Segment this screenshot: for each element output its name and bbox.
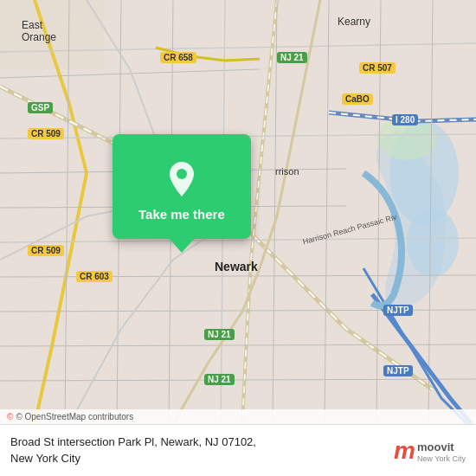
road-label-cabo: CaBO bbox=[342, 93, 373, 105]
road-label-cr658: CR 658 bbox=[160, 52, 196, 63]
road-label-nj21-north: NJ 21 bbox=[277, 52, 307, 63]
road-label-cr509-north: CR 509 bbox=[28, 128, 64, 139]
map-container: CR 658 NJ 21 CR 507 GSP CR 509 CR 508 I … bbox=[0, 0, 476, 424]
location-pin-icon bbox=[166, 160, 197, 198]
road-label-nj21-mid: NJ 21 bbox=[204, 329, 235, 340]
address-display: Broad St intersection Park Pl, Newark, N… bbox=[10, 434, 385, 466]
osm-icon: © bbox=[7, 412, 13, 421]
road-label-gsp: GSP bbox=[28, 102, 53, 113]
place-east-orange: EastOrange bbox=[22, 19, 56, 43]
place-newark: Newark bbox=[215, 260, 258, 273]
attribution-text: © OpenStreetMap contributors bbox=[16, 412, 133, 421]
moovit-logo: m moovit New York City bbox=[394, 437, 466, 465]
place-harrison: rrison bbox=[275, 166, 299, 177]
address-line2: New York City bbox=[10, 452, 80, 465]
road-label-i280: I 280 bbox=[392, 114, 418, 125]
moovit-m-letter: m bbox=[394, 437, 415, 465]
road-label-njtp-north: NJTP bbox=[383, 305, 413, 316]
moovit-sub: New York City bbox=[417, 454, 466, 463]
map-attribution: © © OpenStreetMap contributors bbox=[0, 409, 476, 424]
road-label-njtp-south: NJTP bbox=[383, 365, 413, 376]
road-label-cr603: CR 603 bbox=[76, 271, 113, 282]
place-kearny: Kearny bbox=[338, 16, 370, 28]
svg-point-23 bbox=[177, 169, 187, 179]
take-me-there-label: Take me there bbox=[138, 207, 225, 222]
take-me-there-button[interactable]: Take me there bbox=[113, 134, 251, 239]
address-line1: Broad St intersection Park Pl, Newark, N… bbox=[10, 435, 256, 448]
road-label-cr507: CR 507 bbox=[359, 62, 396, 74]
road-label-nj21-south: NJ 21 bbox=[204, 374, 235, 385]
road-label-cr509-south: CR 509 bbox=[28, 245, 64, 256]
info-bar: Broad St intersection Park Pl, Newark, N… bbox=[0, 424, 476, 476]
moovit-brand: moovit bbox=[417, 441, 454, 453]
